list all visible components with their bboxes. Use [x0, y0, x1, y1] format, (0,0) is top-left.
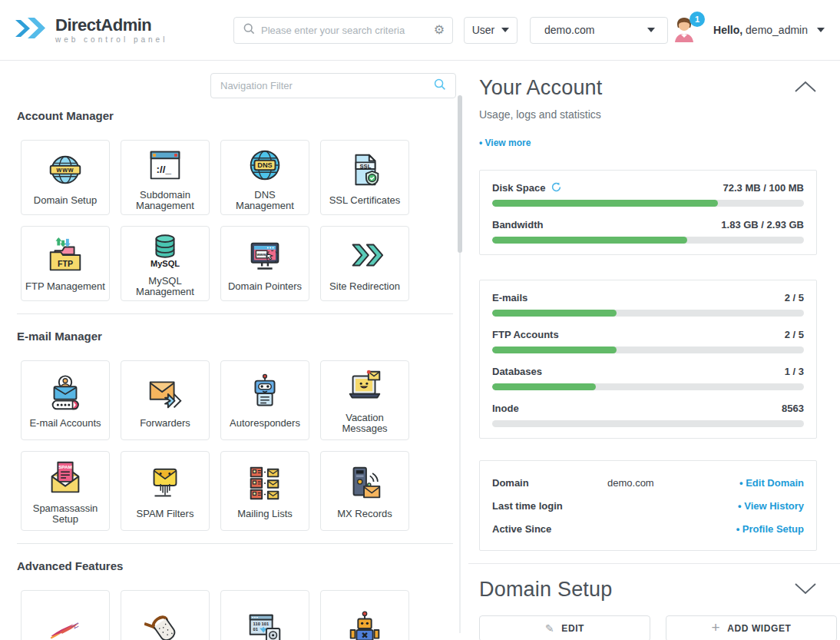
link-view-history[interactable]: • View History: [738, 500, 804, 512]
ssl-certificate-icon: SSL: [344, 150, 385, 191]
redirect-chevrons-icon: [344, 236, 385, 277]
tile-spamassassin-setup[interactable]: SPAMSpamassassin Setup: [21, 451, 110, 531]
usage-label-group: FTP Accounts: [492, 329, 559, 340]
directadmin-logo[interactable]: DirectAdmin web control panel: [14, 13, 233, 47]
usage-label-group: Disk Space: [492, 181, 561, 195]
usage-label: FTP Accounts: [492, 329, 559, 340]
domain-pointer-monitor-icon: www: [244, 236, 286, 277]
section-advanced-features: Advanced Features110 10101: [17, 543, 453, 640]
usage-label-row: Disk Space72.3 MB / 100 MB: [492, 181, 804, 194]
progress-fill: [492, 347, 617, 353]
section-e-mail-manager: E-mail ManagerE-mail AccountsForwardersA…: [17, 313, 453, 531]
svg-text:://_: ://_: [156, 163, 171, 174]
scrollbar-thumb[interactable]: [458, 95, 462, 253]
link-profile-setup[interactable]: • Profile Setup: [736, 523, 804, 535]
robot-responder-icon: [244, 373, 286, 414]
navigation-panel: Account ManagerwwwDomain Setup://_Subdom…: [0, 61, 468, 640]
domain-setup-title: Domain Setup: [479, 578, 613, 602]
info-label: Active Since: [492, 523, 607, 535]
usage-row-bandwidth: Bandwidth1.83 GB / 2.93 GB: [492, 218, 804, 244]
usage-row-ftp-accounts: FTP Accounts2 / 5: [492, 328, 804, 353]
mx-server-icon: [344, 463, 385, 505]
info-value: demo.com: [607, 477, 739, 489]
mysql-database-icon: MySQL: [144, 230, 186, 272]
avatar: 1: [672, 17, 696, 43]
tile-autoresponders[interactable]: Autoresponders: [220, 360, 309, 440]
tile-mailing-lists[interactable]: Mailing Lists: [220, 451, 309, 531]
section-divider: [468, 563, 840, 564]
progress-track: [492, 310, 804, 317]
notification-badge[interactable]: 1: [690, 12, 705, 27]
greeting-username: demo_admin: [746, 24, 808, 36]
view-more-link[interactable]: • View more: [479, 138, 840, 148]
domain-select[interactable]: demo.com: [530, 17, 668, 44]
edit-button[interactable]: ✎ EDIT: [479, 615, 650, 640]
tile-label: Domain Setup: [34, 195, 97, 206]
usage-value: 2 / 5: [785, 292, 804, 303]
tile-grid-account-manager: wwwDomain Setup://_Subdomain ManagementD…: [21, 140, 453, 301]
svg-text:01: 01: [253, 627, 259, 632]
tile-mx-records[interactable]: MX Records: [320, 451, 409, 531]
your-account-title: Your Account: [479, 76, 603, 100]
tile-apache-feather-icon[interactable]: [21, 590, 110, 640]
link-edit-domain[interactable]: • Edit Domain: [739, 477, 804, 489]
tile-domain-setup[interactable]: wwwDomain Setup: [21, 140, 110, 215]
navigation-filter-input[interactable]: [220, 80, 428, 91]
section-title-e-mail-manager: E-mail Manager: [17, 330, 453, 343]
tile-ftp-management[interactable]: FTPFTP Management: [21, 226, 110, 301]
tile-dns-management[interactable]: DNSDNS Management: [220, 140, 309, 215]
add-widget-button[interactable]: + ADD WIDGET: [666, 615, 837, 640]
usage-label: Bandwidth: [492, 219, 543, 230]
access-level-select[interactable]: User: [464, 17, 518, 44]
greeting-hello: Hello,: [713, 24, 742, 36]
tile-label: SSL Certificates: [329, 195, 401, 206]
usage-row-e-mails: E-mails2 / 5: [492, 291, 804, 317]
tile-ssl-certificates[interactable]: SSLSSL Certificates: [320, 140, 409, 215]
tile-label: Mailing Lists: [237, 509, 293, 519]
tile-label: Autoresponders: [230, 418, 300, 429]
tile-grid-advanced-features: 110 10101: [21, 590, 453, 640]
tile-site-backup-icon[interactable]: 110 10101: [220, 590, 309, 640]
search-input[interactable]: [261, 25, 428, 36]
navigation-filter: [210, 73, 456, 98]
gear-icon[interactable]: ⚙: [434, 24, 445, 36]
directadmin-app: DirectAdmin web control panel ⚙ User dem…: [0, 0, 840, 640]
tile-filter-net-icon[interactable]: [121, 590, 210, 640]
header-search: ⚙: [233, 17, 453, 44]
tile-spam-filters[interactable]: SPAM Filters: [121, 451, 210, 531]
tile-cron-robot-icon[interactable]: [320, 590, 409, 640]
progress-track: [492, 420, 804, 427]
progress-track: [492, 383, 804, 390]
email-account-icon: [45, 373, 86, 414]
usage-label: Databases: [492, 366, 542, 377]
usage-label-group: Databases: [492, 366, 542, 377]
spam-letter-envelope-icon: SPAM: [45, 458, 86, 499]
tile-label: Vacation Messages: [324, 413, 405, 434]
usage-label: Disk Space: [492, 182, 545, 194]
usage-label-row: Databases1 / 3: [492, 365, 804, 378]
tile-site-redirection[interactable]: Site Redirection: [320, 226, 409, 301]
tile-domain-pointers[interactable]: wwwDomain Pointers: [220, 226, 309, 301]
logo-chevrons-icon: [14, 13, 48, 47]
tile-mysql-management[interactable]: MySQLMySQL Management: [121, 226, 210, 301]
domain-info-card: Domaindemo.com• Edit DomainLast time log…: [479, 460, 817, 551]
tile-forwarders[interactable]: Forwarders: [121, 360, 210, 440]
greeting-text: Hello, demo_admin: [713, 24, 808, 36]
caret-down-icon: [647, 28, 655, 32]
progress-fill: [492, 200, 718, 207]
tile-label: Spamassassin Setup: [25, 503, 106, 525]
tile-label: Subdomain Management: [124, 190, 206, 211]
collapse-chevron-up-icon[interactable]: [794, 81, 817, 96]
expand-chevron-down-icon[interactable]: [794, 582, 817, 598]
svg-text:FTP: FTP: [58, 258, 73, 267]
usage-label-group: Bandwidth: [492, 219, 543, 230]
refresh-icon[interactable]: [551, 181, 561, 195]
tile-vacation-messages[interactable]: Vacation Messages: [320, 360, 409, 440]
www-globe-icon: www: [45, 150, 86, 191]
apache-feather-icon: [45, 609, 86, 640]
tile-label: E-mail Accounts: [29, 418, 101, 429]
tile-subdomain-management[interactable]: ://_Subdomain Management: [121, 140, 210, 215]
tile-e-mail-accounts[interactable]: E-mail Accounts: [21, 360, 110, 440]
profile-menu[interactable]: 1 Hello, demo_admin: [672, 17, 825, 43]
tile-label: Domain Pointers: [228, 281, 302, 292]
